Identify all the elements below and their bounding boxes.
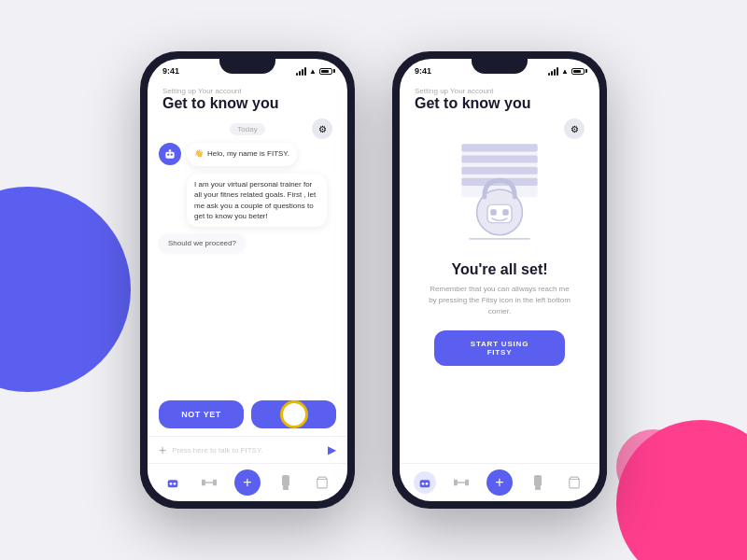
svg-point-24 [422, 483, 425, 485]
left-phone: 9:41 ▲ Setting up Your account Get to kn… [140, 51, 355, 509]
send-icon[interactable]: ▶ [328, 443, 336, 456]
svg-point-5 [170, 483, 173, 485]
svg-rect-14 [461, 144, 537, 151]
question-bubble: Should we proceed? [159, 234, 246, 252]
svg-rect-23 [420, 480, 430, 487]
svg-point-6 [174, 483, 176, 485]
bottom-nav-right: + [400, 463, 599, 501]
question-text: Should we proceed? [168, 239, 236, 247]
svg-rect-16 [461, 167, 537, 175]
robot-illustration [439, 129, 560, 250]
not-yet-button[interactable]: NOT YET [159, 400, 244, 428]
left-subtitle: Setting up Your account [162, 87, 332, 95]
add-icon[interactable]: + [159, 442, 166, 457]
signal-icon-right [548, 67, 558, 76]
action-buttons: NOT YET YES [148, 393, 347, 436]
bot-avatar [159, 143, 181, 165]
greeting-row: 👋 Helo, my name is FITSY. [159, 143, 336, 166]
nav-bag-right[interactable] [563, 471, 585, 494]
message-text: I am your virtual personal trainer for a… [194, 180, 316, 220]
battery-icon-right [571, 68, 585, 75]
input-bar: + Press here to talk to FITSY. ▶ [148, 436, 347, 463]
time-left: 9:41 [162, 66, 179, 76]
svg-rect-20 [490, 209, 497, 216]
notch [219, 59, 275, 74]
svg-rect-30 [535, 486, 541, 490]
svg-rect-11 [283, 486, 289, 490]
right-title: Get to know you [415, 95, 585, 112]
nav-robot-left[interactable] [162, 471, 184, 494]
settings-icon-right[interactable]: ⚙ [564, 119, 585, 139]
allset-title: You're all set! [451, 261, 547, 278]
time-right: 9:41 [415, 66, 431, 76]
nav-supplement-right[interactable] [527, 471, 549, 494]
allset-description: Remember that you can allways reach me b… [425, 284, 574, 317]
nav-robot-right[interactable] [414, 471, 436, 494]
nav-bag-left[interactable] [311, 471, 333, 494]
wifi-icon: ▲ [309, 67, 317, 76]
chat-area: Today 👋 Helo, my name is FITS [148, 118, 347, 393]
wifi-icon-right: ▲ [561, 67, 569, 76]
right-subtitle: Setting up Your account [415, 87, 585, 95]
svg-rect-15 [461, 155, 537, 162]
right-phone: 9:41 ▲ Setting up Your account Get to kn… [392, 51, 607, 509]
svg-point-2 [171, 153, 173, 155]
greeting-bubble: 👋 Helo, my name is FITSY. [187, 143, 297, 166]
phones-container: 9:41 ▲ Setting up Your account Get to kn… [0, 0, 747, 560]
nav-plus-left[interactable]: + [234, 469, 261, 496]
svg-rect-4 [168, 480, 178, 487]
svg-point-25 [426, 483, 429, 485]
svg-rect-26 [454, 480, 457, 484]
notch-right [472, 59, 528, 74]
svg-rect-8 [214, 480, 217, 484]
svg-rect-27 [466, 480, 469, 484]
input-placeholder[interactable]: Press here to talk to FITSY. [172, 446, 322, 455]
status-icons-right: ▲ [548, 67, 585, 76]
left-title: Get to know you [162, 95, 332, 112]
settings-icon-left[interactable]: ⚙ [312, 119, 332, 139]
left-screen-header: Setting up Your account Get to know you … [148, 79, 347, 118]
battery-icon [319, 68, 332, 75]
nav-dumbbell-left[interactable] [198, 471, 220, 494]
message-bubble: I am your virtual personal trainer for a… [187, 174, 327, 227]
right-phone-screen: 9:41 ▲ Setting up Your account Get to kn… [400, 59, 599, 501]
svg-rect-29 [534, 475, 542, 486]
nav-plus-right[interactable]: + [486, 469, 513, 496]
svg-point-1 [167, 153, 169, 155]
status-icons-left: ▲ [296, 67, 332, 76]
date-label: Today [230, 123, 264, 135]
bottom-nav-left: + [148, 463, 347, 501]
right-screen-header: Setting up Your account Get to know you … [400, 79, 599, 118]
greeting-text: Helo, my name is FITSY. [207, 148, 289, 159]
yes-label: YES [285, 410, 303, 419]
emoji-row: 👋 Helo, my name is FITSY. [194, 148, 289, 159]
svg-rect-3 [169, 149, 171, 151]
svg-rect-10 [282, 475, 289, 486]
allset-content: You're all set! Remember that you can al… [400, 118, 599, 463]
wave-emoji: 👋 [194, 148, 204, 159]
signal-icon [296, 67, 306, 76]
yes-button[interactable]: YES [251, 400, 336, 428]
svg-rect-7 [202, 480, 204, 484]
left-phone-screen: 9:41 ▲ Setting up Your account Get to kn… [148, 59, 347, 501]
nav-dumbbell-right[interactable] [450, 471, 472, 494]
svg-rect-21 [502, 209, 509, 216]
svg-rect-0 [165, 152, 174, 159]
start-button[interactable]: START USING FITSY [434, 330, 565, 366]
nav-supplement-left[interactable] [275, 471, 297, 494]
